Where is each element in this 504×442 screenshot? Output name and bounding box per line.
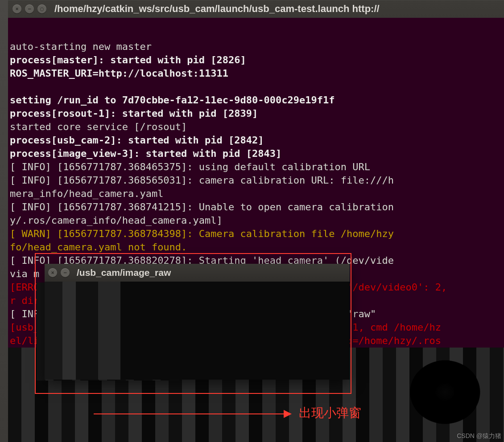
terminal-line: setting /run_id to 7d70cbbe-fa12-11ec-9d… (10, 94, 504, 107)
terminal-line: process[usb_cam-2]: started with pid [28… (10, 134, 504, 147)
close-icon[interactable]: × (48, 268, 57, 277)
maximize-icon[interactable]: ▢ (37, 4, 46, 13)
popup-titlebar[interactable]: × − /usb_cam/image_raw (45, 264, 350, 282)
annotation-arrow-head (284, 410, 292, 418)
terminal-titlebar[interactable]: × − ▢ /home/hzy/catkin_ws/src/usb_cam/la… (8, 0, 504, 18)
terminal-line: process[image_view-3]: started with pid … (10, 147, 504, 160)
annotation-label: 出现小弹窗 (299, 405, 361, 422)
terminal-line: process[master]: started with pid [2826] (10, 53, 504, 67)
terminal-line: auto-starting new master (10, 40, 504, 53)
watermark: CSDN @猿力猪 (457, 432, 501, 440)
annotation-arrow (94, 413, 285, 414)
terminal-line: started core service [/rosout] (10, 120, 504, 134)
terminal-line (10, 80, 504, 94)
terminal-line: fo/head_camera.yaml not found. (10, 241, 504, 254)
terminal-line: ROS_MASTER_URI=http://localhost:11311 (10, 67, 504, 80)
terminal-line: [ INFO] [1656771787.368565031]: camera c… (10, 174, 504, 187)
popup-image-body (45, 282, 350, 380)
terminal-line: [ INFO] [1656771787.368741215]: Unable t… (10, 201, 504, 214)
terminal-title: /home/hzy/catkin_ws/src/usb_cam/launch/u… (54, 3, 380, 15)
terminal-line: y/.ros/camera_info/head_camera.yaml] (10, 214, 504, 227)
image-view-popup[interactable]: × − /usb_cam/image_raw (45, 264, 350, 380)
terminal-line: [ WARN] [1656771787.368784398]: Camera c… (10, 227, 504, 241)
minimize-icon[interactable]: − (61, 268, 70, 277)
terminal-line (10, 27, 504, 40)
terminal-line: process[rosout-1]: started with pid [283… (10, 107, 504, 120)
minimize-icon[interactable]: − (25, 4, 34, 13)
terminal-line: [ INFO] [1656771787.368465375]: using de… (10, 160, 504, 174)
popup-title: /usb_cam/image_raw (77, 267, 171, 278)
unity-launcher (0, 0, 8, 442)
terminal-line: mera_info/head_camera.yaml (10, 187, 504, 201)
close-icon[interactable]: × (12, 4, 21, 13)
